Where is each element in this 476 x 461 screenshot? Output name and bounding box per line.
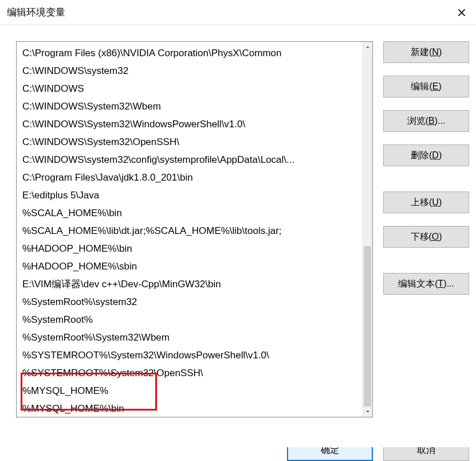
scrollbar[interactable] [362, 42, 372, 417]
list-item[interactable]: %HADOOP_HOME%\sbin [17, 257, 362, 275]
list-item[interactable]: C:\Program Files\Java\jdk1.8.0_201\bin [17, 169, 362, 186]
edit-button[interactable]: 编辑(E) [383, 76, 469, 97]
move-up-button[interactable]: 上移(U) [383, 192, 469, 213]
list-item[interactable]: %SystemRoot%\System32\Wbem [17, 329, 362, 346]
delete-button[interactable]: 删除(D) [383, 144, 469, 166]
move-down-button[interactable]: 下移(O) [383, 226, 469, 248]
side-button-group: 新建(N) 编辑(E) 浏览(B)... 删除(D) 上移(U) 下移(O) 编… [383, 41, 469, 417]
close-button[interactable] [447, 0, 476, 25]
list-item[interactable]: %MYSQL_HOME% [17, 382, 362, 400]
list-item[interactable]: C:\Program Files (x86)\NVIDIA Corporatio… [17, 44, 362, 62]
cancel-button[interactable]: 取消 [383, 447, 469, 461]
list-item[interactable]: C:\WINDOWS\system32 [17, 62, 362, 80]
scroll-down-button[interactable] [363, 407, 372, 417]
list-item[interactable]: %SystemRoot% [17, 311, 362, 329]
window-title: 编辑环境变量 [7, 6, 65, 19]
list-item[interactable]: %SystemRoot%\system32 [17, 293, 362, 311]
list-item[interactable]: %MYSQL_HOME%\bin [17, 400, 362, 417]
list-item[interactable]: C:\WINDOWS\System32\OpenSSH\ [17, 133, 362, 151]
scroll-up-button[interactable] [363, 42, 372, 52]
list-item[interactable]: %HADOOP_HOME%\bin [17, 240, 362, 257]
chevron-up-icon [365, 45, 370, 49]
edit-text-button[interactable]: 编辑文本(T)... [383, 273, 469, 295]
list-item[interactable]: C:\WINDOWS\System32\WindowsPowerShell\v1… [17, 115, 362, 133]
path-listbox[interactable]: C:\Program Files (x86)\NVIDIA Corporatio… [16, 41, 373, 417]
list-item[interactable]: %SCALA_HOME%\lib\dt.jar;%SCALA_HOME%\lib… [17, 222, 362, 240]
list-item[interactable]: C:\WINDOWS\System32\Wbem [17, 97, 362, 115]
dialog-buttons: 确定 取消 [287, 447, 469, 461]
chevron-down-icon [365, 409, 370, 414]
titlebar: 编辑环境变量 [0, 0, 476, 25]
list-item[interactable]: C:\WINDOWS\system32\config\systemprofile… [17, 151, 362, 169]
new-button[interactable]: 新建(N) [383, 41, 469, 63]
list-item[interactable]: %SCALA_HOME%\bin [17, 204, 362, 222]
browse-button[interactable]: 浏览(B)... [383, 110, 469, 132]
ok-button[interactable]: 确定 [287, 447, 373, 461]
list-item[interactable]: %SYSTEMROOT%\System32\WindowsPowerShell\… [17, 346, 362, 364]
close-icon [458, 9, 466, 17]
list-item[interactable]: C:\WINDOWS [17, 80, 362, 97]
list-item[interactable]: E:\editplus 5\Java [17, 186, 362, 204]
list-item[interactable]: E:\VIM编译器\dev c++\Dev-Cpp\MinGW32\bin [17, 275, 362, 293]
list-item[interactable]: %SYSTEMROOT%\System32\OpenSSH\ [17, 364, 362, 382]
scroll-thumb[interactable] [364, 246, 371, 407]
